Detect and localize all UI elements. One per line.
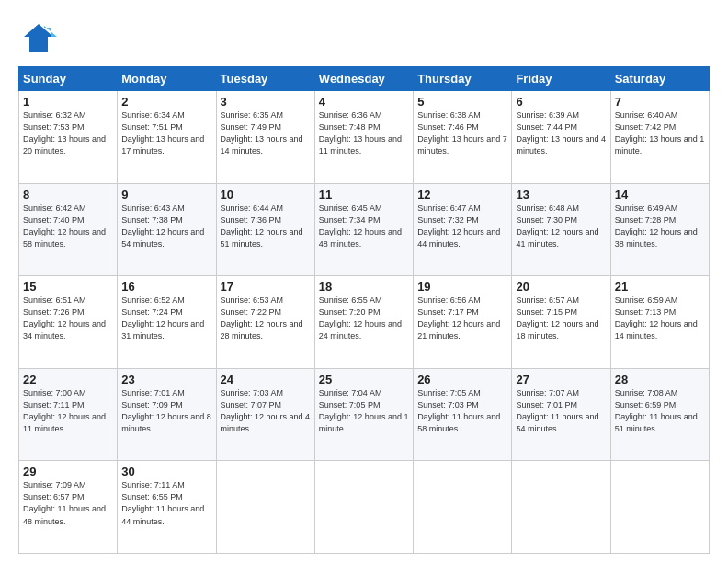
calendar-cell: 29Sunrise: 7:09 AM Sunset: 6:57 PM Dayli… bbox=[19, 461, 118, 554]
header-sunday: Sunday bbox=[19, 67, 118, 91]
calendar-cell: 4Sunrise: 6:36 AM Sunset: 7:48 PM Daylig… bbox=[314, 91, 413, 184]
header-thursday: Thursday bbox=[414, 67, 512, 91]
day-info: Sunrise: 7:00 AM Sunset: 7:11 PM Dayligh… bbox=[23, 387, 113, 435]
calendar-cell: 16Sunrise: 6:52 AM Sunset: 7:24 PM Dayli… bbox=[118, 276, 216, 369]
calendar-cell: 26Sunrise: 7:05 AM Sunset: 7:03 PM Dayli… bbox=[414, 368, 512, 461]
day-number: 22 bbox=[23, 373, 113, 386]
calendar-cell: 12Sunrise: 6:47 AM Sunset: 7:32 PM Dayli… bbox=[414, 183, 512, 276]
day-number: 10 bbox=[221, 188, 311, 201]
calendar-cell: 28Sunrise: 7:08 AM Sunset: 6:59 PM Dayli… bbox=[610, 368, 709, 461]
calendar-cell: 13Sunrise: 6:48 AM Sunset: 7:30 PM Dayli… bbox=[512, 183, 610, 276]
day-info: Sunrise: 6:32 AM Sunset: 7:53 PM Dayligh… bbox=[23, 109, 113, 157]
day-info: Sunrise: 6:51 AM Sunset: 7:26 PM Dayligh… bbox=[23, 294, 113, 342]
day-number: 3 bbox=[221, 95, 311, 109]
day-number: 16 bbox=[121, 280, 211, 293]
calendar-cell: 21Sunrise: 6:59 AM Sunset: 7:13 PM Dayli… bbox=[610, 276, 709, 369]
day-number: 25 bbox=[319, 373, 409, 386]
day-number: 1 bbox=[23, 95, 113, 109]
calendar-cell: 17Sunrise: 6:53 AM Sunset: 7:22 PM Dayli… bbox=[216, 276, 314, 369]
day-info: Sunrise: 6:45 AM Sunset: 7:34 PM Dayligh… bbox=[319, 202, 409, 250]
header-monday: Monday bbox=[118, 67, 216, 91]
day-number: 2 bbox=[121, 95, 211, 109]
day-info: Sunrise: 6:35 AM Sunset: 7:49 PM Dayligh… bbox=[221, 109, 311, 157]
day-number: 26 bbox=[417, 373, 507, 386]
day-info: Sunrise: 6:36 AM Sunset: 7:48 PM Dayligh… bbox=[319, 109, 409, 157]
day-info: Sunrise: 6:49 AM Sunset: 7:28 PM Dayligh… bbox=[615, 202, 705, 250]
calendar-table: Sunday Monday Tuesday Wednesday Thursday… bbox=[18, 66, 710, 554]
calendar-cell: 22Sunrise: 7:00 AM Sunset: 7:11 PM Dayli… bbox=[19, 368, 118, 461]
day-info: Sunrise: 7:09 AM Sunset: 6:57 PM Dayligh… bbox=[23, 479, 113, 527]
calendar-cell bbox=[314, 461, 413, 554]
logo bbox=[18, 18, 63, 57]
day-info: Sunrise: 6:47 AM Sunset: 7:32 PM Dayligh… bbox=[417, 202, 507, 250]
day-number: 30 bbox=[121, 465, 211, 478]
day-number: 24 bbox=[221, 373, 311, 386]
day-info: Sunrise: 7:11 AM Sunset: 6:55 PM Dayligh… bbox=[121, 479, 211, 527]
calendar-cell: 3Sunrise: 6:35 AM Sunset: 7:49 PM Daylig… bbox=[216, 91, 314, 184]
day-info: Sunrise: 7:08 AM Sunset: 6:59 PM Dayligh… bbox=[615, 387, 705, 435]
day-info: Sunrise: 6:55 AM Sunset: 7:20 PM Dayligh… bbox=[319, 294, 409, 342]
day-info: Sunrise: 6:39 AM Sunset: 7:44 PM Dayligh… bbox=[516, 109, 606, 157]
calendar-cell: 23Sunrise: 7:01 AM Sunset: 7:09 PM Dayli… bbox=[118, 368, 216, 461]
calendar-cell bbox=[610, 461, 709, 554]
day-info: Sunrise: 7:05 AM Sunset: 7:03 PM Dayligh… bbox=[417, 387, 507, 435]
day-info: Sunrise: 6:57 AM Sunset: 7:15 PM Dayligh… bbox=[516, 294, 606, 342]
calendar-cell: 11Sunrise: 6:45 AM Sunset: 7:34 PM Dayli… bbox=[314, 183, 413, 276]
day-number: 7 bbox=[615, 95, 705, 109]
day-info: Sunrise: 7:04 AM Sunset: 7:05 PM Dayligh… bbox=[319, 387, 409, 435]
day-info: Sunrise: 6:53 AM Sunset: 7:22 PM Dayligh… bbox=[221, 294, 311, 342]
calendar-cell: 18Sunrise: 6:55 AM Sunset: 7:20 PM Dayli… bbox=[314, 276, 413, 369]
day-info: Sunrise: 6:43 AM Sunset: 7:38 PM Dayligh… bbox=[121, 202, 211, 250]
calendar-cell: 6Sunrise: 6:39 AM Sunset: 7:44 PM Daylig… bbox=[512, 91, 610, 184]
day-number: 27 bbox=[516, 373, 606, 386]
day-info: Sunrise: 7:01 AM Sunset: 7:09 PM Dayligh… bbox=[121, 387, 211, 435]
day-number: 20 bbox=[516, 280, 606, 293]
day-info: Sunrise: 6:34 AM Sunset: 7:51 PM Dayligh… bbox=[121, 109, 211, 157]
header-wednesday: Wednesday bbox=[314, 67, 413, 91]
day-number: 21 bbox=[615, 280, 705, 293]
day-info: Sunrise: 6:42 AM Sunset: 7:40 PM Dayligh… bbox=[23, 202, 113, 250]
calendar-cell: 1Sunrise: 6:32 AM Sunset: 7:53 PM Daylig… bbox=[19, 91, 118, 184]
calendar-cell: 5Sunrise: 6:38 AM Sunset: 7:46 PM Daylig… bbox=[414, 91, 512, 184]
header-tuesday: Tuesday bbox=[216, 67, 314, 91]
calendar-cell: 25Sunrise: 7:04 AM Sunset: 7:05 PM Dayli… bbox=[314, 368, 413, 461]
calendar-cell: 9Sunrise: 6:43 AM Sunset: 7:38 PM Daylig… bbox=[118, 183, 216, 276]
weekday-header-row: Sunday Monday Tuesday Wednesday Thursday… bbox=[19, 67, 710, 91]
day-number: 6 bbox=[516, 95, 606, 109]
calendar-cell: 10Sunrise: 6:44 AM Sunset: 7:36 PM Dayli… bbox=[216, 183, 314, 276]
calendar-cell: 20Sunrise: 6:57 AM Sunset: 7:15 PM Dayli… bbox=[512, 276, 610, 369]
header bbox=[18, 15, 710, 57]
calendar-cell: 7Sunrise: 6:40 AM Sunset: 7:42 PM Daylig… bbox=[610, 91, 709, 184]
day-number: 8 bbox=[23, 188, 113, 201]
day-info: Sunrise: 6:52 AM Sunset: 7:24 PM Dayligh… bbox=[121, 294, 211, 342]
day-info: Sunrise: 6:38 AM Sunset: 7:46 PM Dayligh… bbox=[417, 109, 507, 157]
calendar-cell: 14Sunrise: 6:49 AM Sunset: 7:28 PM Dayli… bbox=[610, 183, 709, 276]
calendar-cell bbox=[512, 461, 610, 554]
calendar-cell bbox=[216, 461, 314, 554]
day-info: Sunrise: 6:56 AM Sunset: 7:17 PM Dayligh… bbox=[417, 294, 507, 342]
day-info: Sunrise: 6:48 AM Sunset: 7:30 PM Dayligh… bbox=[516, 202, 606, 250]
day-number: 23 bbox=[121, 373, 211, 386]
day-number: 18 bbox=[319, 280, 409, 293]
day-info: Sunrise: 7:07 AM Sunset: 7:01 PM Dayligh… bbox=[516, 387, 606, 435]
day-info: Sunrise: 6:44 AM Sunset: 7:36 PM Dayligh… bbox=[221, 202, 311, 250]
calendar-cell: 30Sunrise: 7:11 AM Sunset: 6:55 PM Dayli… bbox=[118, 461, 216, 554]
day-number: 17 bbox=[221, 280, 311, 293]
calendar-cell: 24Sunrise: 7:03 AM Sunset: 7:07 PM Dayli… bbox=[216, 368, 314, 461]
day-number: 28 bbox=[615, 373, 705, 386]
calendar-cell: 19Sunrise: 6:56 AM Sunset: 7:17 PM Dayli… bbox=[414, 276, 512, 369]
day-number: 14 bbox=[615, 188, 705, 201]
day-info: Sunrise: 6:59 AM Sunset: 7:13 PM Dayligh… bbox=[615, 294, 705, 342]
page: Sunday Monday Tuesday Wednesday Thursday… bbox=[0, 0, 728, 563]
day-info: Sunrise: 6:40 AM Sunset: 7:42 PM Dayligh… bbox=[615, 109, 705, 157]
header-friday: Friday bbox=[512, 67, 610, 91]
day-number: 9 bbox=[121, 188, 211, 201]
day-info: Sunrise: 7:03 AM Sunset: 7:07 PM Dayligh… bbox=[221, 387, 311, 435]
day-number: 29 bbox=[23, 465, 113, 478]
day-number: 5 bbox=[417, 95, 507, 109]
calendar-cell: 27Sunrise: 7:07 AM Sunset: 7:01 PM Dayli… bbox=[512, 368, 610, 461]
day-number: 11 bbox=[319, 188, 409, 201]
day-number: 15 bbox=[23, 280, 113, 293]
day-number: 12 bbox=[417, 188, 507, 201]
logo-icon bbox=[18, 18, 57, 57]
